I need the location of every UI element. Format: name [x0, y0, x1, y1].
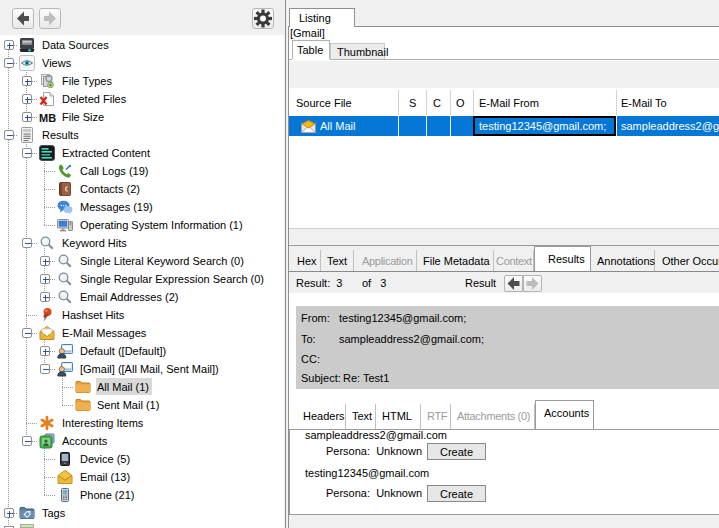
svg-text:MB: MB [39, 112, 56, 124]
